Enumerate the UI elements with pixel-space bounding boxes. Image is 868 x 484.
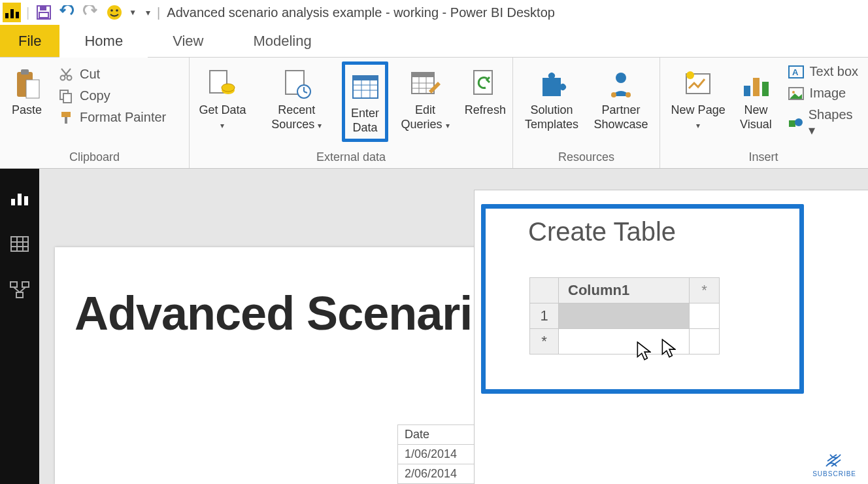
ribbon-group-external-data: Get Data ▾ Recent Sources ▾ Enter Data E… bbox=[190, 58, 513, 168]
grid-add-row[interactable]: * bbox=[530, 329, 559, 354]
paste-label: Paste bbox=[12, 103, 42, 118]
tab-file[interactable]: File bbox=[0, 25, 59, 57]
shapes-label: Shapes ▾ bbox=[809, 107, 859, 138]
format-painter-button[interactable]: Format Painter bbox=[54, 109, 170, 126]
svg-rect-50 bbox=[789, 120, 795, 127]
grid-cell-add-add[interactable] bbox=[690, 329, 720, 354]
app-logo-icon bbox=[3, 3, 21, 22]
ribbon-tabs: File Home View Modeling bbox=[0, 25, 868, 58]
image-icon bbox=[788, 86, 805, 101]
quick-access-toolbar: | ▼ ▾ bbox=[3, 3, 150, 22]
enter-data-icon bbox=[350, 69, 380, 107]
svg-rect-14 bbox=[63, 94, 71, 103]
copy-button[interactable]: Copy bbox=[54, 87, 170, 105]
svg-rect-44 bbox=[753, 78, 760, 96]
svg-point-5 bbox=[116, 9, 118, 12]
enter-data-label: Enter Data bbox=[348, 107, 382, 135]
new-visual-label: New Visual bbox=[736, 103, 775, 131]
new-page-button[interactable]: New Page ▾ bbox=[664, 61, 732, 135]
clipboard-group-label: Clipboard bbox=[0, 148, 189, 168]
grid-add-column[interactable]: * bbox=[690, 278, 720, 303]
report-view-icon[interactable] bbox=[8, 188, 31, 208]
create-table-grid[interactable]: Column1 * 1 * bbox=[529, 277, 720, 354]
recent-sources-icon bbox=[282, 65, 312, 103]
smiley-icon[interactable] bbox=[105, 3, 124, 22]
svg-rect-1 bbox=[40, 7, 46, 10]
solution-templates-button[interactable]: Solution Templates bbox=[517, 61, 586, 135]
external-data-group-label: External data bbox=[190, 148, 512, 168]
brush-icon bbox=[58, 111, 75, 125]
qat-dropdown-icon[interactable]: ▼ bbox=[129, 8, 137, 17]
svg-line-64 bbox=[20, 287, 25, 292]
grid-cell-add-1[interactable] bbox=[559, 329, 690, 354]
window-title: Advanced scenario analysis example - wor… bbox=[167, 5, 555, 20]
new-visual-button[interactable]: New Visual bbox=[732, 61, 779, 135]
enter-data-button[interactable]: Enter Data bbox=[342, 61, 389, 142]
grid-corner[interactable] bbox=[530, 278, 559, 303]
grid-col1-header[interactable]: Column1 bbox=[559, 278, 690, 303]
get-data-icon bbox=[206, 65, 239, 103]
title-bar: | ▼ ▾ | Advanced scenario analysis examp… bbox=[0, 0, 868, 25]
clipboard-icon bbox=[13, 65, 41, 103]
puzzle-icon bbox=[536, 65, 567, 103]
view-rail bbox=[0, 169, 39, 484]
model-view-icon[interactable] bbox=[8, 280, 31, 300]
solution-templates-label: Solution Templates bbox=[522, 103, 581, 131]
svg-rect-16 bbox=[65, 117, 67, 124]
svg-point-39 bbox=[611, 92, 616, 97]
svg-point-49 bbox=[792, 91, 795, 94]
refresh-button[interactable]: Refresh bbox=[462, 61, 509, 122]
svg-text:A: A bbox=[792, 67, 799, 77]
svg-rect-60 bbox=[10, 282, 17, 287]
grid-row1-header[interactable]: 1 bbox=[530, 303, 559, 329]
image-label: Image bbox=[810, 86, 846, 101]
shapes-button[interactable]: Shapes ▾ bbox=[784, 106, 863, 139]
ribbon: Paste Cut Copy bbox=[0, 58, 868, 169]
tab-home[interactable]: Home bbox=[59, 26, 148, 58]
svg-rect-54 bbox=[24, 196, 28, 205]
svg-rect-25 bbox=[353, 76, 378, 80]
get-data-button[interactable]: Get Data ▾ bbox=[193, 61, 252, 135]
ribbon-group-clipboard: Paste Cut Copy bbox=[0, 58, 190, 168]
subscribe-label: SUBSCRIBE bbox=[812, 470, 856, 477]
dna-icon bbox=[824, 452, 846, 469]
data-view-icon[interactable] bbox=[8, 234, 31, 254]
svg-rect-53 bbox=[18, 194, 22, 205]
resources-group-label: Resources bbox=[513, 148, 659, 168]
qat-overflow-icon[interactable]: ▾ bbox=[146, 7, 150, 18]
subscribe-watermark: SUBSCRIBE bbox=[812, 452, 856, 477]
dialog-title: Create Table bbox=[528, 217, 676, 247]
text-box-button[interactable]: A Text box bbox=[784, 63, 863, 80]
image-button[interactable]: Image bbox=[784, 84, 863, 102]
copy-icon bbox=[58, 89, 75, 103]
refresh-label: Refresh bbox=[465, 103, 506, 118]
svg-point-40 bbox=[626, 92, 631, 97]
svg-point-42 bbox=[686, 71, 694, 79]
partner-showcase-label: Partner Showcase bbox=[592, 103, 650, 131]
tab-modeling[interactable]: Modeling bbox=[228, 25, 336, 57]
svg-rect-52 bbox=[11, 199, 15, 205]
recent-sources-button[interactable]: Recent Sources ▾ bbox=[252, 61, 342, 135]
svg-rect-62 bbox=[16, 292, 23, 298]
grid-cell-1-add[interactable] bbox=[690, 303, 720, 329]
new-page-icon bbox=[682, 65, 714, 103]
svg-rect-45 bbox=[762, 82, 769, 96]
undo-icon[interactable] bbox=[58, 3, 76, 22]
svg-rect-55 bbox=[11, 237, 28, 251]
save-icon[interactable] bbox=[35, 3, 53, 22]
partner-showcase-button[interactable]: Partner Showcase bbox=[586, 61, 656, 135]
paste-button[interactable]: Paste bbox=[4, 61, 50, 122]
redo-icon[interactable] bbox=[82, 3, 100, 22]
cut-label: Cut bbox=[80, 67, 100, 82]
new-page-label: New Page ▾ bbox=[669, 103, 727, 131]
svg-point-38 bbox=[616, 73, 626, 83]
grid-cell-1-1[interactable] bbox=[559, 303, 690, 329]
cut-button[interactable]: Cut bbox=[54, 65, 170, 83]
qat-divider: | bbox=[26, 5, 29, 20]
svg-point-4 bbox=[110, 9, 113, 12]
shapes-icon bbox=[788, 116, 803, 130]
title-separator: | bbox=[157, 5, 160, 20]
edit-queries-button[interactable]: Edit Queries ▾ bbox=[388, 61, 461, 135]
tab-view[interactable]: View bbox=[148, 25, 228, 57]
format-painter-label: Format Painter bbox=[80, 110, 166, 125]
